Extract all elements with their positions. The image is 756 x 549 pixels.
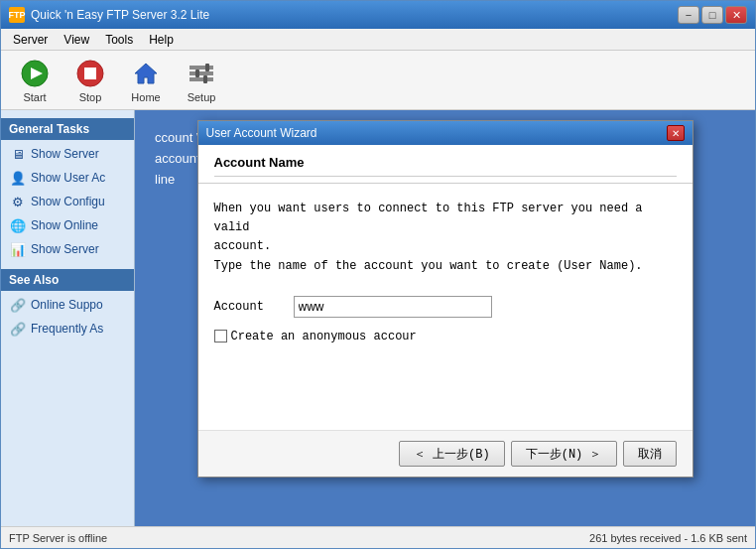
- desc-line-2: account.: [214, 237, 677, 256]
- link-icon-2: 🔗: [9, 320, 27, 338]
- desc-line-3: Type the name of the account you want to…: [214, 257, 677, 276]
- svg-rect-3: [84, 68, 96, 79]
- dialog-header: Account Name: [198, 145, 693, 184]
- online-support-label: Online Suppo: [31, 298, 103, 312]
- close-button[interactable]: ✕: [725, 6, 747, 24]
- see-also-title: See Also: [1, 269, 134, 291]
- desc-line-1: When you want users to connect to this F…: [214, 200, 677, 237]
- account-input[interactable]: [294, 296, 492, 318]
- start-icon: [19, 58, 51, 89]
- sidebar-item-show-config[interactable]: ⚙ Show Configu: [1, 190, 134, 213]
- link-icon-1: 🔗: [9, 296, 27, 314]
- svg-rect-7: [189, 77, 213, 81]
- maximize-button[interactable]: □: [701, 6, 723, 24]
- sidebar-show-server2-label: Show Server: [31, 242, 99, 256]
- account-label: Account: [214, 300, 294, 314]
- svg-rect-6: [189, 71, 213, 75]
- sidebar-item-show-user[interactable]: 👤 Show User Ac: [1, 166, 134, 190]
- title-bar: FTP Quick 'n Easy FTP Server 3.2 Lite − …: [1, 1, 755, 29]
- dialog-overlay: User Account Wizard ✕ Account Name When …: [135, 110, 755, 526]
- general-tasks-title: General Tasks: [1, 118, 134, 140]
- svg-rect-10: [203, 75, 207, 83]
- dialog-footer: ＜ 上一步(B) 下一步(N) ＞ 取消: [198, 430, 693, 477]
- config-icon: ⚙: [9, 193, 27, 210]
- online-icon: 🌐: [9, 216, 27, 234]
- see-also-section: See Also 🔗 Online Suppo 🔗 Frequently As: [1, 269, 134, 341]
- menu-help[interactable]: Help: [141, 29, 182, 50]
- cancel-button[interactable]: 取消: [623, 441, 677, 467]
- menu-view[interactable]: View: [56, 29, 97, 50]
- dialog-body: When you want users to connect to this F…: [198, 184, 693, 430]
- dialog-header-divider: [214, 176, 677, 177]
- setup-label: Setup: [188, 91, 216, 103]
- dialog-header-title: Account Name: [214, 155, 677, 170]
- status-left: FTP Server is offline: [9, 532, 107, 544]
- content-area: General Tasks 🖥 Show Server 👤 Show User …: [1, 110, 755, 526]
- dialog-description: When you want users to connect to this F…: [214, 200, 677, 276]
- menu-tools[interactable]: Tools: [97, 29, 141, 50]
- user-account-wizard-dialog: User Account Wizard ✕ Account Name When …: [197, 120, 693, 478]
- frequently-label: Frequently As: [31, 322, 103, 336]
- dialog-close-button[interactable]: ✕: [667, 125, 685, 141]
- status-right: 261 bytes received - 1.6 KB sent: [589, 532, 747, 544]
- app-icon: FTP: [9, 7, 25, 23]
- sidebar-show-server-label: Show Server: [31, 147, 99, 161]
- home-label: Home: [131, 91, 160, 103]
- home-icon: [130, 58, 162, 89]
- stop-icon: [74, 58, 106, 89]
- sidebar-show-online-label: Show Online: [31, 218, 98, 232]
- toolbar-setup-button[interactable]: Setup: [176, 53, 227, 108]
- svg-rect-9: [195, 69, 199, 77]
- dialog-title: User Account Wizard: [206, 126, 667, 140]
- status-bar: FTP Server is offline 261 bytes received…: [1, 526, 755, 548]
- svg-marker-4: [135, 64, 157, 83]
- sidebar-item-show-server[interactable]: 🖥 Show Server: [1, 142, 134, 166]
- user-icon: 👤: [9, 169, 27, 187]
- svg-rect-8: [205, 64, 209, 71]
- minimize-button[interactable]: −: [678, 6, 699, 24]
- main-window: FTP Quick 'n Easy FTP Server 3.2 Lite − …: [0, 0, 756, 549]
- chart-icon: 📊: [9, 240, 27, 258]
- main-panel: ccount Wizard accounts line User Account…: [135, 110, 755, 526]
- menu-bar: Server View Tools Help: [1, 29, 755, 51]
- toolbar: Start Stop Home: [1, 51, 755, 110]
- stop-label: Stop: [79, 91, 102, 103]
- start-label: Start: [23, 91, 46, 103]
- toolbar-start-button[interactable]: Start: [9, 53, 61, 108]
- sidebar: General Tasks 🖥 Show Server 👤 Show User …: [1, 110, 135, 526]
- svg-rect-5: [189, 66, 213, 69]
- back-button[interactable]: ＜ 上一步(B): [399, 441, 505, 467]
- sidebar-item-online-support[interactable]: 🔗 Online Suppo: [1, 293, 134, 317]
- anonymous-label: Create an anonymous accour: [231, 330, 417, 343]
- menu-server[interactable]: Server: [5, 29, 56, 50]
- sidebar-item-frequently[interactable]: 🔗 Frequently As: [1, 317, 134, 341]
- toolbar-stop-button[interactable]: Stop: [64, 53, 116, 108]
- sidebar-show-user-label: Show User Ac: [31, 171, 105, 185]
- anonymous-checkbox[interactable]: [214, 330, 227, 343]
- dialog-title-bar: User Account Wizard ✕: [198, 121, 693, 145]
- next-button[interactable]: 下一步(N) ＞: [511, 441, 617, 467]
- setup-icon: [186, 58, 217, 89]
- toolbar-home-button[interactable]: Home: [120, 53, 172, 108]
- server-icon: 🖥: [9, 145, 27, 163]
- sidebar-item-show-server2[interactable]: 📊 Show Server: [1, 237, 134, 261]
- anonymous-checkbox-row: Create an anonymous accour: [214, 330, 677, 343]
- sidebar-item-show-online[interactable]: 🌐 Show Online: [1, 213, 134, 237]
- window-controls: − □ ✕: [678, 6, 747, 24]
- sidebar-show-config-label: Show Configu: [31, 195, 105, 208]
- app-title: Quick 'n Easy FTP Server 3.2 Lite: [31, 8, 678, 22]
- account-form-row: Account: [214, 296, 677, 318]
